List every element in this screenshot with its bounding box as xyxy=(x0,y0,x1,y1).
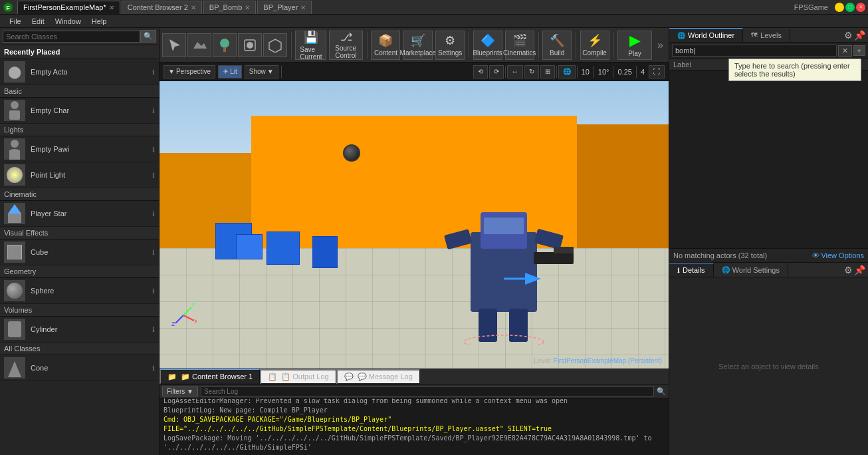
content-browser-1-tab[interactable]: 📁 📁 Content Browser 1 xyxy=(160,369,260,384)
list-item-cylinder[interactable]: Cylinder ℹ xyxy=(0,317,159,343)
list-item-sphere[interactable]: Sphere ℹ xyxy=(0,278,159,304)
blueprints-button[interactable]: 🔷 Blueprints xyxy=(473,31,502,60)
svg-rect-3 xyxy=(9,110,20,120)
menu-help[interactable]: Help xyxy=(86,15,112,28)
outliner-search-input[interactable] xyxy=(672,45,837,57)
save-icon: 💾 xyxy=(303,30,319,45)
section-cinematic[interactable]: Cinematic xyxy=(0,188,159,201)
rotate-left-btn[interactable]: ⟲ xyxy=(473,65,488,78)
search-classes-button[interactable]: 🔍 xyxy=(140,30,156,43)
close-tab-2[interactable]: ✕ xyxy=(245,4,250,11)
tab-first-person[interactable]: FirstPersonExampleMap* ✕ xyxy=(17,1,120,14)
toolbar-more-button[interactable]: » xyxy=(655,39,666,51)
rotate-right-btn[interactable]: ⟳ xyxy=(489,65,504,78)
list-item-point-light[interactable]: Point Light ℹ xyxy=(0,162,159,188)
outliner-header-controls: ⚙ 📌 xyxy=(841,30,868,41)
floor xyxy=(160,248,669,369)
message-log-tab[interactable]: 💬 💬 Message Log xyxy=(336,369,420,384)
section-visual-effects[interactable]: Visual Effects xyxy=(0,227,159,239)
vp-sep-1 xyxy=(281,66,282,78)
build-button[interactable]: 🔨 Build xyxy=(542,31,572,60)
content-icon: 📦 xyxy=(378,33,393,48)
svg-point-11 xyxy=(247,42,253,49)
perspective-dropdown[interactable]: ▼ Perspective xyxy=(163,65,215,78)
list-item-cone[interactable]: Cone ℹ xyxy=(0,355,159,381)
marketplace-button[interactable]: 🛒 Marketplace xyxy=(403,31,433,60)
list-item-empty-pawn[interactable]: Empty Pawi ℹ xyxy=(0,136,159,162)
compile-button[interactable]: ⚡ Compile xyxy=(580,31,609,60)
translate-btn[interactable]: ↔ xyxy=(507,65,523,78)
view-options-button[interactable]: 👁 View Options xyxy=(812,251,864,259)
list-item-empty-char[interactable]: Empty Char ℹ xyxy=(0,98,159,124)
bsp-btn[interactable] xyxy=(263,33,287,57)
list-item-cube[interactable]: Cube ℹ xyxy=(0,239,159,265)
details-settings-btn[interactable]: ⚙ xyxy=(844,265,853,275)
menu-window[interactable]: Window xyxy=(50,15,86,28)
section-basic[interactable]: Basic xyxy=(0,85,159,98)
lit-button[interactable]: ☀ Lit xyxy=(218,65,242,78)
save-current-button[interactable]: 💾 Save Current xyxy=(295,31,326,60)
tab-bp-bomb[interactable]: BP_Bomb ✕ xyxy=(203,1,257,14)
outliner-clear-btn[interactable]: ✕ xyxy=(838,45,852,57)
outliner-pin-btn[interactable]: 📌 xyxy=(854,30,865,41)
menu-file[interactable]: File xyxy=(4,15,27,28)
fps-character xyxy=(431,192,577,345)
outliner-add-btn[interactable]: + xyxy=(853,45,865,56)
marketplace-icon: 🛒 xyxy=(410,33,426,48)
viewport-bg: erson Templat xyxy=(160,81,669,369)
settings-icon: ⚙ xyxy=(442,33,458,48)
select-mode-btn[interactable] xyxy=(162,33,186,57)
svg-rect-20 xyxy=(479,309,497,342)
maximize-button[interactable]: □ xyxy=(845,3,855,12)
scale-btn[interactable]: ⊞ xyxy=(540,65,555,78)
search-classes-input[interactable] xyxy=(3,31,140,43)
tab-content-browser-2[interactable]: Content Browser 2 ✕ xyxy=(122,1,202,14)
play-button[interactable]: ▶ Play xyxy=(617,31,652,60)
close-tab-1[interactable]: ✕ xyxy=(191,4,196,11)
maximize-viewport-btn[interactable]: ⛶ xyxy=(649,65,665,78)
list-item-empty-actor[interactable]: ⬤ Empty Acto ℹ xyxy=(0,59,159,85)
search-log-input[interactable] xyxy=(201,386,654,396)
close-tab-3[interactable]: ✕ xyxy=(300,4,306,11)
content-button[interactable]: 📦 Content xyxy=(371,31,400,60)
tab-bp-player[interactable]: BP_Player ✕ xyxy=(257,1,312,14)
output-log-tab[interactable]: 📋 📋 Output Log xyxy=(260,369,336,384)
show-button[interactable]: Show ▼ xyxy=(245,65,278,78)
mesh-paint-btn[interactable] xyxy=(238,33,262,57)
window-controls: FPSGame ─ □ ✕ xyxy=(794,3,865,12)
menu-edit[interactable]: Edit xyxy=(27,15,50,28)
main-area: 🔍 Recently Placed ⬤ Empty Acto ℹ Basic E… xyxy=(0,28,868,455)
levels-tab[interactable]: 🗺 Levels xyxy=(743,29,790,42)
rotate-btn[interactable]: ↻ xyxy=(524,65,539,78)
close-button[interactable]: ✕ xyxy=(856,3,865,12)
filters-button[interactable]: Filters ▼ xyxy=(162,386,198,396)
minimize-button[interactable]: ─ xyxy=(835,3,844,12)
viewport[interactable]: erson Templat xyxy=(160,81,669,369)
svg-point-8 xyxy=(220,39,229,48)
close-tab-0[interactable]: ✕ xyxy=(109,4,114,11)
center-panel: 💾 Save Current ⎇ Source Control 📦 Conten… xyxy=(160,28,669,455)
world-settings-tab[interactable]: 🌐 World Settings xyxy=(714,263,788,277)
section-lights[interactable]: Lights xyxy=(0,124,159,136)
world-outliner-tab[interactable]: 🌐 World Outliner xyxy=(669,28,743,42)
world-local-btn[interactable]: 🌐 xyxy=(558,65,576,78)
blueprints-icon: 🔷 xyxy=(480,33,496,48)
level-name-link[interactable]: FirstPersonExampleMap (Persistent) xyxy=(554,357,662,365)
details-pin-btn[interactable]: 📌 xyxy=(854,265,865,275)
landscape-btn[interactable] xyxy=(187,33,211,57)
settings-button[interactable]: ⚙ Settings xyxy=(435,31,465,60)
vp-sep-4 xyxy=(577,66,578,78)
svg-line-26 xyxy=(183,307,191,315)
search-classes-bar: 🔍 xyxy=(0,28,159,45)
source-control-button[interactable]: ⎇ Source Control xyxy=(329,31,363,60)
details-tab[interactable]: ℹ Details xyxy=(669,263,714,277)
list-item-player-start[interactable]: Player Star ℹ xyxy=(0,201,159,227)
log-area[interactable]: LogAssetEditorManager: Opening Asset edi… xyxy=(160,398,669,455)
svg-marker-12 xyxy=(269,39,281,53)
section-all-classes[interactable]: All Classes xyxy=(0,343,159,355)
section-geometry[interactable]: Geometry xyxy=(0,265,159,278)
foliage-btn[interactable] xyxy=(213,33,237,57)
cinematics-button[interactable]: 🎬 Cinematics xyxy=(505,31,534,60)
outliner-settings-btn[interactable]: ⚙ xyxy=(844,30,853,41)
section-volumes[interactable]: Volumes xyxy=(0,304,159,317)
